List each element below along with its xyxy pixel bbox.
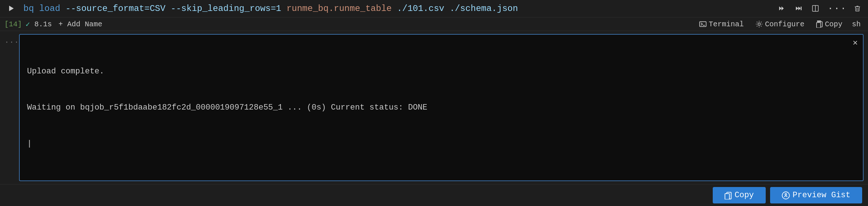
path-schema: ./schema.json [450,4,518,14]
bottom-bar: Copy Preview Gist [0,184,868,206]
terminal-icon [699,21,707,27]
svg-marker-0 [9,6,14,11]
keyword-load: load [39,4,60,14]
cell-index: [14] [4,20,23,28]
run-all-button[interactable] [774,4,789,13]
trash-icon [854,5,861,12]
output-line-2: Waiting on bqjob_r5f1bdaabe182fc2d_00000… [27,102,856,114]
more-dots-icon: ··· [827,3,847,14]
value-table: runme_bq.runme_table [286,4,392,14]
toolbar-right: ··· [774,1,864,15]
status-row: [14] ✓ 8.1s + Add Name Terminal Configur… [0,18,868,31]
close-output-button[interactable]: × [853,38,858,47]
split-button[interactable] [808,4,823,13]
svg-rect-14 [816,23,821,28]
output-line-1: Upload complete. [27,65,856,77]
app-container: bq load --source_format=CSV --skip_leadi… [0,0,868,206]
svg-marker-1 [779,7,781,11]
add-name-button[interactable]: + Add Name [55,19,106,29]
copy-bottom-icon [724,191,732,199]
configure-label: Configure [765,20,804,28]
check-icon: ✓ [26,20,30,29]
bottom-preview-gist-button[interactable]: Preview Gist [770,187,862,203]
output-box: × Upload complete. Waiting on bqjob_r5f1… [19,34,864,181]
flag-source-format: --source_format=CSV [65,4,165,14]
svg-rect-15 [725,194,729,199]
output-section: ... × Upload complete. Waiting on bqjob_… [0,31,868,184]
run-next-button[interactable] [791,4,806,13]
svg-marker-3 [796,7,799,10]
run-icon [7,5,15,12]
svg-marker-2 [781,7,784,11]
copy-header-icon [816,20,823,28]
status-right: Terminal Configure Copy sh [694,19,864,30]
bottom-copy-label: Copy [735,191,754,200]
run-next-icon [795,5,802,12]
cell-code-container: bq load --source_format=CSV --skip_leadi… [20,4,771,14]
svg-point-17 [785,193,786,195]
split-icon [812,5,819,12]
toolbar-row: bq load --source_format=CSV --skip_leadi… [0,0,868,18]
terminal-button[interactable]: Terminal [694,19,749,30]
cell-code: bq load --source_format=CSV --skip_leadi… [23,4,518,14]
terminal-label: Terminal [709,20,744,28]
github-icon [782,191,790,199]
output-cursor-line [27,138,856,150]
svg-rect-5 [801,7,802,10]
more-options-button[interactable]: ··· [825,1,850,15]
run-button[interactable] [4,2,18,15]
sh-label: sh [849,20,864,28]
svg-point-16 [782,192,789,199]
copy-header-label: Copy [825,20,842,28]
configure-button[interactable]: Configure [750,19,810,30]
gear-icon [755,20,763,28]
bottom-copy-button[interactable]: Copy [713,187,766,203]
copy-header-button[interactable]: Copy [811,19,848,30]
svg-point-12 [758,23,761,26]
svg-marker-4 [798,7,801,10]
three-dots-button[interactable]: ... [4,36,19,45]
bottom-preview-gist-label: Preview Gist [793,191,850,200]
output-text: Upload complete. Waiting on bqjob_r5f1bd… [27,41,856,174]
path-csv: ./101.csv [397,4,445,14]
run-all-icon [778,5,785,12]
execution-time: 8.1s [34,20,52,28]
delete-button[interactable] [851,4,864,13]
flag-skip-rows: --skip_leading_rows=1 [171,4,281,14]
add-name-label: + Add Name [58,20,102,28]
keyword-bq: bq [23,4,34,14]
